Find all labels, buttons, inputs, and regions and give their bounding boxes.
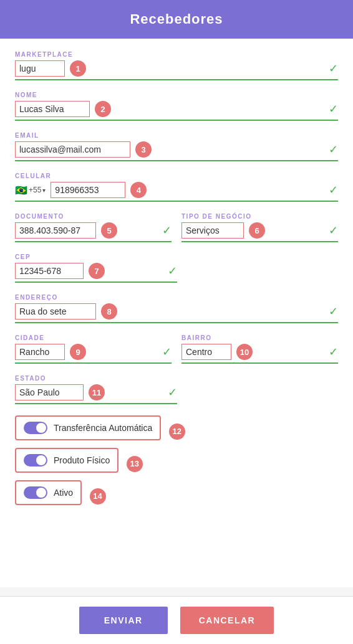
toggle-produto-row[interactable]: Produto Físico	[15, 448, 118, 473]
page-header: Recebedores	[0, 0, 353, 39]
celular-input[interactable]	[51, 182, 125, 198]
estado-input[interactable]	[15, 384, 84, 400]
tipo-negocio-label: TIPO DE NEGÓCIO	[181, 213, 338, 220]
nome-field: NOME 2 ✓	[15, 92, 338, 121]
cidade-bairro-row: CIDADE 9 ✓ BAIRRO 10 ✓	[15, 334, 338, 364]
check-icon-1: ✓	[329, 62, 338, 75]
check-icon-3: ✓	[329, 143, 338, 156]
cidade-label: CIDADE	[15, 334, 172, 341]
step-badge-1: 1	[70, 60, 86, 77]
phone-code: +55	[29, 186, 41, 194]
phone-prefix[interactable]: 🇧🇷 +55 ▾	[15, 184, 46, 196]
check-icon-4: ✓	[329, 183, 338, 197]
bairro-input[interactable]	[181, 344, 231, 360]
check-icon-5: ✓	[162, 224, 172, 237]
doc-tipo-row: DOCUMENTO 5 ✓ TIPO DE NEGÓCIO 6 ✓	[15, 213, 338, 242]
toggle-ativo-switch[interactable]	[24, 486, 47, 499]
check-icon-2: ✓	[329, 102, 338, 116]
step-badge-4: 4	[130, 182, 147, 198]
tipo-negocio-col: TIPO DE NEGÓCIO 6 ✓	[181, 213, 338, 242]
bairro-col: BAIRRO 10 ✓	[181, 334, 338, 364]
step-badge-11: 11	[89, 384, 105, 400]
email-field: EMAIL 3 ✓	[15, 132, 338, 161]
endereco-field: ENDEREÇO 8 ✓	[15, 294, 338, 323]
form-container: MARKETPLACE 1 ✓ NOME 2 ✓ EMAIL 3 ✓ CELUL…	[0, 39, 353, 587]
step-badge-14: 14	[90, 488, 106, 504]
cancelar-button[interactable]: CANCELAR	[180, 607, 274, 634]
marketplace-field: MARKETPLACE 1 ✓	[15, 51, 338, 80]
email-input[interactable]	[15, 141, 130, 158]
nome-label: NOME	[15, 92, 338, 98]
step-badge-2: 2	[95, 101, 111, 117]
cep-field: CEP 7 ✓	[15, 253, 338, 283]
check-icon-8: ✓	[329, 305, 338, 318]
toggle-transferencia-section: Transferência Automática 12	[15, 415, 338, 440]
step-badge-9: 9	[70, 344, 86, 360]
check-icon-9: ✓	[162, 345, 172, 359]
footer-bar: ENVIAR CANCELAR	[0, 596, 353, 644]
step-badge-10: 10	[236, 344, 253, 360]
toggle-transferencia-switch[interactable]	[24, 422, 47, 434]
tipo-negocio-input[interactable]	[181, 222, 244, 239]
toggle-ativo-row[interactable]: Ativo	[15, 480, 82, 505]
documento-col: DOCUMENTO 5 ✓	[15, 213, 172, 242]
toggle-produto-switch[interactable]	[24, 454, 47, 466]
estado-label: ESTADO	[15, 375, 338, 382]
step-badge-7: 7	[89, 263, 105, 279]
email-label: EMAIL	[15, 132, 338, 139]
brazil-flag-icon: 🇧🇷	[15, 184, 27, 196]
toggle-produto-section: Produto Físico 13	[15, 448, 338, 473]
toggle-transferencia-label: Transferência Automática	[54, 423, 152, 433]
endereco-input[interactable]	[15, 303, 96, 320]
cep-input[interactable]	[15, 263, 84, 279]
cep-label: CEP	[15, 253, 338, 260]
step-badge-8: 8	[101, 303, 117, 320]
check-icon-6: ✓	[329, 224, 338, 237]
dropdown-arrow-icon: ▾	[42, 187, 46, 194]
celular-field: CELULAR 🇧🇷 +55 ▾ 4 ✓	[15, 173, 338, 202]
page-title: Recebedores	[130, 11, 223, 27]
cidade-input[interactable]	[15, 344, 65, 360]
toggle-ativo-label: Ativo	[54, 488, 73, 498]
check-icon-7: ✓	[168, 264, 177, 278]
step-badge-5: 5	[101, 222, 117, 239]
toggle-ativo-section: Ativo 14	[15, 480, 338, 505]
documento-label: DOCUMENTO	[15, 213, 172, 220]
documento-input[interactable]	[15, 222, 96, 239]
enviar-button[interactable]: ENVIAR	[79, 607, 168, 634]
step-badge-13: 13	[127, 456, 143, 472]
nome-input[interactable]	[15, 101, 90, 117]
celular-label: CELULAR	[15, 173, 338, 179]
estado-field: ESTADO 11 ✓	[15, 375, 338, 404]
bairro-label: BAIRRO	[181, 334, 338, 341]
step-badge-12: 12	[169, 424, 185, 440]
marketplace-input[interactable]	[15, 60, 65, 77]
check-icon-11: ✓	[168, 386, 177, 399]
check-icon-10: ✓	[329, 345, 338, 359]
endereco-label: ENDEREÇO	[15, 294, 338, 301]
toggle-transferencia-row[interactable]: Transferência Automática	[15, 415, 161, 440]
step-badge-6: 6	[249, 222, 265, 239]
step-badge-3: 3	[135, 141, 152, 158]
toggle-produto-label: Produto Físico	[54, 455, 110, 465]
cidade-col: CIDADE 9 ✓	[15, 334, 172, 364]
marketplace-label: MARKETPLACE	[15, 51, 338, 58]
